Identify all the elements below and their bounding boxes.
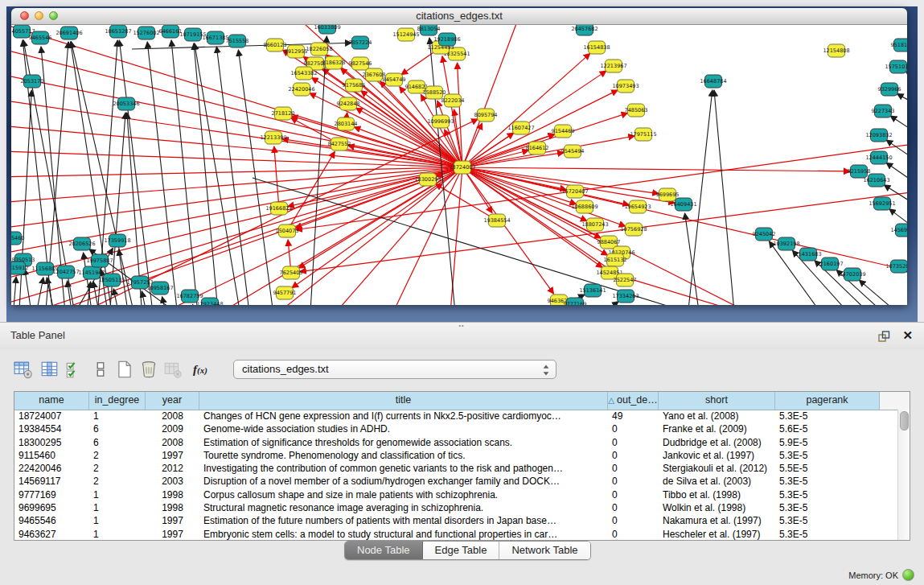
graph-node[interactable]: 18226058	[306, 43, 332, 56]
graph-node[interactable]: 16648784	[700, 75, 726, 88]
graph-node[interactable]: 8427552	[328, 138, 351, 150]
splitter-handle-icon[interactable]: ••	[455, 323, 468, 328]
table-cell[interactable]: 2	[89, 475, 146, 488]
table-cell[interactable]: 6	[89, 436, 146, 449]
tab-network-table[interactable]: Network Table	[499, 542, 589, 559]
graph-node[interactable]: 14702039	[839, 268, 865, 281]
graph-node[interactable]: 12444150	[865, 151, 892, 164]
table-cell[interactable]: 1	[89, 501, 146, 514]
graph-node[interactable]: 9175685	[343, 79, 366, 92]
graph-node[interactable]: 7485063	[625, 104, 648, 117]
table-cell[interactable]: 0	[608, 462, 659, 475]
graph-node[interactable]: 8095794	[474, 109, 498, 122]
vertical-scrollbar[interactable]	[897, 410, 910, 540]
zoom-window-button[interactable]	[49, 11, 58, 20]
table-row[interactable]: 1872400712008Changes of HCN gene express…	[14, 410, 898, 422]
table-columns-icon[interactable]	[39, 359, 60, 380]
graph-node[interactable]: 20457682	[571, 25, 598, 35]
column-header-in_degree[interactable]: in_degree	[89, 392, 146, 410]
graph-node[interactable]: 19975887	[86, 254, 113, 267]
trash-icon[interactable]	[138, 359, 159, 380]
tab-node-table[interactable]: Node Table	[345, 542, 423, 559]
table-cell[interactable]: 5.3E-5	[775, 449, 880, 462]
table-cell[interactable]: 0	[608, 501, 659, 514]
table-cell[interactable]: Franke et al. (2009)	[659, 422, 775, 435]
graph-node[interactable]: 17334263	[612, 290, 639, 303]
graph-node[interactable]: 2522547	[614, 274, 637, 286]
table-cell[interactable]: 5.5E-5	[775, 462, 880, 475]
graph-node[interactable]: 1615132	[604, 253, 627, 266]
table-cell[interactable]: 2009	[146, 422, 199, 435]
table-row[interactable]: 1456911722003Disruption of a novel membe…	[14, 475, 898, 488]
table-cell[interactable]: 2008	[146, 410, 199, 422]
graph-node[interactable]: 8813054	[417, 25, 441, 35]
table-cell[interactable]: Embryonic stem cells: a model to study s…	[199, 528, 608, 540]
table-cell[interactable]: 0	[608, 436, 659, 449]
graph-node[interactable]: 9329966	[878, 83, 901, 96]
table-cell[interactable]: Yano et al. (2008)	[659, 410, 775, 422]
graph-node[interactable]: 10653287	[105, 25, 131, 38]
table-row[interactable]: 1830029562008Estimation of significance …	[14, 436, 898, 449]
table-cell[interactable]: 9777169	[14, 488, 89, 501]
graph-node[interactable]: 8215958	[848, 165, 871, 178]
table-cell[interactable]: 5.6E-5	[775, 422, 880, 435]
table-cell[interactable]: 2	[89, 462, 146, 475]
tab-edge-table[interactable]: Edge Table	[423, 542, 500, 559]
graph-node[interactable]: 9154469	[552, 125, 575, 138]
table-row[interactable]: 1938455462009Genome-wide association stu…	[14, 422, 898, 435]
graph-node[interactable]: 19756928	[620, 223, 647, 236]
graph-node[interactable]: 17359918	[104, 234, 130, 247]
graph-node[interactable]: 2803144	[335, 117, 358, 130]
graph-node[interactable]: 15692951	[869, 197, 895, 210]
graph-node[interactable]: 9457791	[273, 286, 297, 299]
delete-table-icon[interactable]	[162, 359, 183, 380]
graph-node[interactable]: 10392198	[773, 237, 799, 250]
network-graph[interactable]: 1872400786601238912955182260589827503818…	[11, 25, 907, 305]
table-row[interactable]: 946554611997Estimation of the future num…	[14, 514, 898, 527]
graph-node[interactable]: 14569117	[890, 224, 907, 237]
table-cell[interactable]: Changes of HCN gene expression and I(f) …	[199, 410, 608, 422]
graph-node[interactable]: 8660123	[264, 39, 287, 51]
table-cell[interactable]: 1998	[146, 488, 199, 501]
table-cell[interactable]: Jankovic et al. (1997)	[659, 449, 775, 462]
checklist-icon[interactable]	[64, 359, 84, 380]
graph-node[interactable]: 6466161	[159, 25, 183, 38]
table-cell[interactable]: 0	[608, 514, 659, 527]
graph-node[interactable]: 20053346	[113, 97, 139, 110]
graph-node[interactable]: 7515558	[226, 35, 249, 47]
graph-node[interactable]: 7625405	[280, 266, 303, 279]
table-cell[interactable]: 2	[89, 449, 146, 462]
graph-node[interactable]: 12213399	[260, 131, 286, 144]
table-cell[interactable]: 6	[89, 422, 146, 435]
graph-node[interactable]: 9227343	[872, 105, 895, 117]
graph-node[interactable]: 8912955	[285, 45, 308, 58]
table-cell[interactable]: 5.3E-5	[775, 514, 880, 527]
graph-node[interactable]: 9242848	[337, 97, 360, 110]
graph-node[interactable]: 8164612	[526, 142, 549, 154]
graph-node[interactable]: 12213967	[600, 60, 626, 72]
table-row[interactable]: 977716911998Corpus callosum shape and si…	[14, 488, 898, 501]
table-cell[interactable]: Investigating the contribution of common…	[199, 462, 608, 475]
table-cell[interactable]: 0	[608, 422, 659, 435]
graph-node[interactable]: 19654923	[624, 200, 651, 213]
graph-node[interactable]: 16154838	[583, 41, 610, 54]
table-cell[interactable]: 0	[608, 475, 659, 488]
table-row[interactable]: 969969511998Structural magnetic resonanc…	[14, 501, 898, 514]
table-cell[interactable]: 1	[89, 410, 146, 422]
table-cell[interactable]: 5.3E-5	[775, 475, 880, 488]
table-cell[interactable]: 14569117	[14, 475, 89, 488]
graph-node[interactable]: 12160197	[816, 257, 843, 270]
column-header-name[interactable]: name	[14, 392, 89, 410]
table-cell[interactable]: 19384554	[14, 422, 89, 435]
table-cell[interactable]: Corpus callosum shape and size in male p…	[199, 488, 608, 501]
scrollbar-thumb[interactable]	[900, 411, 909, 431]
graph-node[interactable]: 2053170	[21, 75, 44, 88]
graph-node[interactable]: 8222034	[441, 94, 465, 107]
table-select-dropdown[interactable]: citations_edges.txt	[233, 360, 556, 379]
table-cell[interactable]: Nakamura et al. (1997)	[659, 514, 775, 527]
graph-node[interactable]: 17975115	[630, 128, 656, 141]
table-cell[interactable]: 9699695	[14, 501, 89, 514]
graph-node[interactable]: 20206526	[68, 237, 95, 250]
table-cell[interactable]: Dudbridge et al. (2008)	[659, 436, 775, 449]
graph-node[interactable]: 8454749	[383, 73, 406, 86]
